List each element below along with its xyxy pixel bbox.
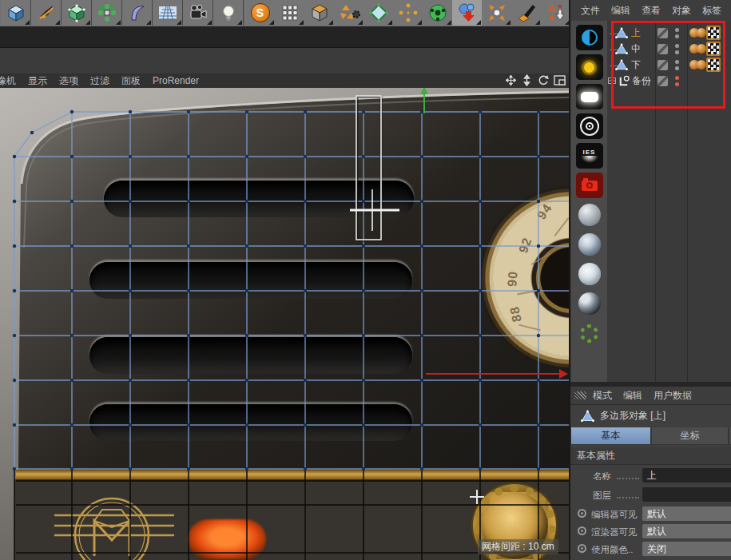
attr-menu-mode[interactable]: 模式 — [593, 389, 612, 403]
camera-red-icon[interactable] — [576, 173, 603, 198]
y-axis-arrowhead[interactable] — [420, 88, 428, 94]
main-toolbar: S — [0, 0, 569, 27]
menu-panel[interactable]: 面板 — [121, 74, 141, 88]
pan-view-icon[interactable] — [505, 74, 517, 86]
radio-state-icon[interactable] — [578, 509, 586, 518]
dotted-leader — [617, 477, 639, 479]
zoom-view-icon[interactable] — [522, 74, 532, 86]
attr-object-title-row: 多边形对象 [上] — [570, 404, 731, 427]
layout-strip-dark — [0, 26, 569, 47]
field-label: 渲染器可见 — [591, 526, 638, 538]
make-editable-cube-icon[interactable] — [1, 0, 31, 26]
field-label: 使用颜色.. — [591, 544, 633, 556]
om-menu-edit[interactable]: 编辑 — [611, 4, 630, 18]
spline-point-mode-icon[interactable] — [393, 0, 423, 26]
field-row-use-color: 使用颜色.. 关闭 — [570, 541, 731, 558]
sketch-material-icon[interactable]: S — [245, 0, 276, 26]
material-wreath-green-icon[interactable] — [576, 320, 603, 346]
layout-strip — [0, 47, 569, 74]
render-visibility-dropdown[interactable]: 默认 — [642, 524, 731, 538]
material-sphere-dark-icon[interactable] — [576, 291, 603, 316]
array-object-icon[interactable] — [92, 0, 122, 26]
align-normals-icon[interactable] — [541, 0, 571, 26]
area-light-icon[interactable] — [576, 84, 603, 109]
camera-object-icon[interactable] — [183, 0, 213, 26]
viewport-menubar: 摄像机 显示 选项 过滤 面板 ProRender — [0, 73, 569, 89]
wireframe-overlay — [0, 88, 569, 560]
menu-filter[interactable]: 过滤 — [90, 74, 109, 88]
material-sphere-gray-icon[interactable] — [576, 202, 603, 228]
tab-coordinates[interactable]: 坐标 — [652, 427, 728, 444]
menu-camera[interactable]: 摄像机 — [0, 74, 16, 88]
field-row-layer: 图层 — [570, 487, 731, 504]
sun-light-icon[interactable] — [576, 54, 603, 80]
contrast-preset-icon[interactable] — [576, 25, 603, 50]
field-label: 名称 — [593, 471, 611, 483]
3d-viewport[interactable]: 94 92 90 88 网格间距 : 10 cm — [0, 88, 569, 560]
preset-palette: IES — [571, 21, 608, 382]
ies-light-icon[interactable]: IES — [576, 143, 603, 169]
selection-rect-shadow — [357, 97, 381, 240]
editor-visibility-dropdown[interactable]: 默认 — [642, 506, 731, 521]
field-row-name: 名称 上 — [570, 467, 731, 485]
field-label: 图层 — [593, 490, 611, 502]
om-menu-tags[interactable]: 标签 — [702, 4, 721, 18]
light-object-icon[interactable] — [213, 0, 244, 26]
pen-tool-icon[interactable] — [31, 0, 62, 26]
om-menu-objects[interactable]: 对象 — [672, 4, 691, 18]
s-letter: S — [256, 6, 264, 19]
radio-state-icon[interactable] — [578, 526, 586, 535]
attr-tab-bar: 基本 坐标 — [570, 427, 731, 445]
field-row-editor-visibility: 编辑器可见 默认 — [570, 506, 731, 523]
array-grid-icon[interactable] — [275, 0, 305, 26]
right-panel: 文件 编辑 查看 对象 标签 IES — [569, 0, 731, 560]
cinema4d-window: { "toolbar": { "s_label": "S", "icons": … — [0, 0, 731, 560]
attr-object-title: 多边形对象 [上] — [600, 409, 665, 423]
origin-plus-marker — [470, 490, 484, 504]
radio-state-icon[interactable] — [578, 544, 586, 553]
x-axis-arrowhead[interactable] — [559, 369, 568, 379]
floor-object-icon[interactable] — [153, 0, 183, 26]
name-input[interactable]: 上 — [642, 468, 731, 483]
menu-display[interactable]: 显示 — [28, 74, 47, 88]
attributes-menubar: 模式 编辑 用户数据 — [570, 387, 731, 405]
dotted-leader — [617, 496, 639, 498]
drop-to-floor-icon[interactable] — [452, 0, 483, 26]
layer-input[interactable] — [642, 487, 731, 502]
polygon-object-icon — [581, 410, 594, 423]
menu-options[interactable]: 选项 — [59, 74, 78, 88]
grid-spacing-label: 网格间距 : 10 cm — [478, 539, 558, 554]
spline-pen-icon[interactable] — [511, 0, 542, 26]
platonic-sphere-icon[interactable] — [423, 0, 453, 26]
magnet-tool-icon[interactable] — [482, 0, 512, 26]
rotate-view-icon[interactable] — [537, 74, 549, 86]
attr-menu-edit[interactable]: 编辑 — [623, 389, 642, 403]
model-edit-cube-icon[interactable] — [62, 0, 92, 26]
bend-deformer-icon[interactable] — [122, 0, 153, 26]
maximize-view-icon[interactable] — [554, 75, 566, 85]
material-sphere-clear-icon[interactable] — [576, 261, 603, 287]
use-color-dropdown[interactable]: 关闭 — [642, 542, 731, 556]
field-label: 编辑器可见 — [591, 509, 638, 521]
panel-grip-icon[interactable] — [574, 391, 586, 399]
field-row-render-visibility: 渲染器可见 默认 — [570, 523, 731, 541]
om-menu-view[interactable]: 查看 — [642, 4, 661, 18]
red-highlight-annotation — [611, 21, 725, 109]
selection-rectangle — [356, 96, 381, 240]
menu-prorender[interactable]: ProRender — [153, 75, 199, 86]
object-manager-menubar: 文件 编辑 查看 对象 标签 — [570, 0, 731, 22]
om-menu-file[interactable]: 文件 — [581, 4, 600, 18]
attr-section-header[interactable]: 基本属性 — [570, 447, 731, 465]
boole-cube-icon[interactable] — [304, 0, 335, 26]
tab-basic[interactable]: 基本 — [571, 427, 650, 444]
material-sphere-glass-icon[interactable] — [576, 232, 603, 257]
bake-convert-icon[interactable] — [334, 0, 364, 26]
target-rings-light-icon[interactable] — [576, 113, 603, 139]
symmetry-ffd-icon[interactable] — [364, 0, 394, 26]
attr-menu-userdata[interactable]: 用户数据 — [654, 389, 692, 403]
